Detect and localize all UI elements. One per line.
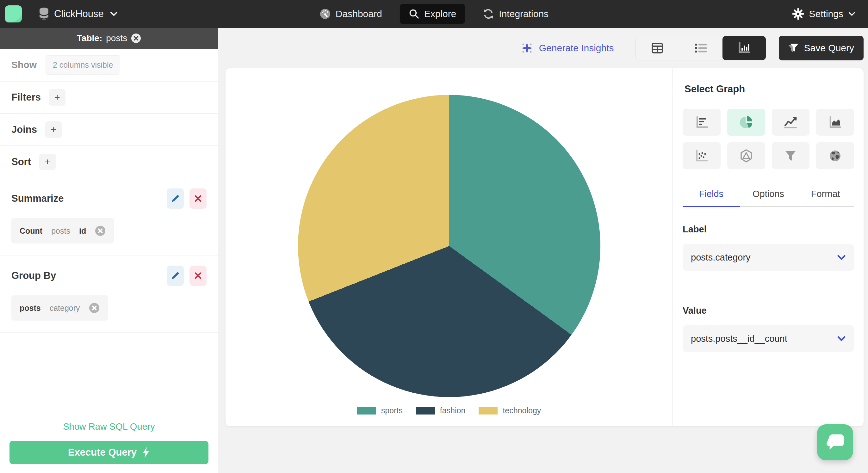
remove-chip-icon[interactable] (95, 225, 106, 236)
legend-label: technology (503, 406, 541, 415)
tab-format[interactable]: Format (797, 189, 854, 206)
columns-visible-button[interactable]: 2 columns visible (45, 55, 120, 74)
value-field-dropdown[interactable]: posts.posts__id__count (683, 325, 854, 352)
chart-view-icon (737, 41, 751, 55)
graph-type-pie-button[interactable] (727, 109, 765, 136)
pie-chart[interactable] (298, 95, 600, 397)
label-field-value: posts.category (691, 252, 751, 263)
summarize-chip[interactable]: Count posts id (11, 218, 114, 244)
nav-explore[interactable]: Explore (400, 4, 465, 24)
settings-tabs: Fields Options Format (683, 189, 854, 207)
chat-bubble-icon (826, 434, 845, 451)
panel-divider (683, 288, 854, 288)
legend-item-technology[interactable]: technology (478, 406, 541, 415)
generate-insights-label: Generate Insights (539, 43, 614, 54)
top-nav: ClickHouse Dashboard (0, 0, 868, 28)
filters-section: Filters + (0, 82, 218, 114)
show-label: Show (11, 59, 37, 70)
table-view-icon (651, 42, 664, 54)
group-by-label: Group By (11, 270, 56, 281)
delete-summarize-button[interactable] (189, 188, 207, 209)
list-view-icon (694, 42, 708, 54)
execute-query-button[interactable]: Execute Query (9, 441, 209, 464)
sort-section: Sort + (0, 146, 218, 178)
sort-label: Sort (11, 156, 31, 167)
filter-funnel-icon (788, 43, 799, 53)
funnel-icon (784, 150, 797, 162)
area-chart-icon (828, 116, 842, 129)
table-header: Table: posts (0, 28, 218, 49)
edit-group-by-button[interactable] (167, 265, 184, 286)
nav-integrations[interactable]: Integrations (479, 3, 552, 24)
legend-swatch (416, 407, 435, 414)
chart-legend: sports fashion technology (357, 406, 541, 415)
graph-type-funnel-button[interactable] (772, 142, 810, 169)
graph-type-area-button[interactable] (816, 109, 854, 136)
table-name: posts (106, 33, 127, 43)
legend-item-fashion[interactable]: fashion (416, 406, 466, 415)
show-raw-sql-link[interactable]: Show Raw SQL Query (0, 421, 218, 432)
remove-chip-icon[interactable] (89, 303, 100, 313)
graph-type-scatter-button[interactable] (683, 142, 721, 169)
result-card: sports fashion technology Select Grap (225, 68, 864, 426)
settings-menu[interactable]: Settings (792, 8, 855, 20)
chevron-down-icon (110, 11, 118, 17)
legend-item-sports[interactable]: sports (357, 406, 403, 415)
chevron-down-icon (848, 12, 855, 16)
group-by-chip[interactable]: posts category (11, 295, 108, 321)
graph-settings-panel: Select Graph (673, 68, 864, 426)
x-icon (194, 272, 202, 280)
add-filter-button[interactable]: + (49, 89, 65, 105)
label-field-group: Label posts.category (683, 224, 854, 271)
remove-table-icon[interactable] (131, 33, 141, 43)
legend-swatch (357, 407, 376, 414)
tab-options[interactable]: Options (740, 189, 797, 206)
scatter-plot-icon (694, 149, 709, 162)
table-view-button[interactable] (636, 36, 679, 60)
chevron-down-icon (837, 254, 846, 260)
body: Table: posts Show 2 columns visible Filt… (0, 28, 868, 473)
chat-widget-button[interactable] (817, 424, 853, 460)
main-header: Generate Insights (218, 28, 868, 68)
graph-type-line-button[interactable] (772, 109, 810, 136)
gear-icon (792, 8, 804, 20)
select-graph-title: Select Graph (685, 84, 854, 95)
value-heading: Value (683, 306, 854, 316)
save-query-button[interactable]: Save Query (779, 36, 864, 60)
graph-type-radar-button[interactable] (727, 142, 765, 169)
legend-swatch (478, 407, 498, 414)
delete-group-by-button[interactable] (189, 265, 207, 286)
sync-icon (483, 8, 494, 20)
add-join-button[interactable]: + (45, 121, 62, 138)
label-field-dropdown[interactable]: posts.category (683, 244, 854, 271)
app-logo[interactable] (5, 5, 22, 23)
save-query-label: Save Query (804, 43, 854, 54)
edit-summarize-button[interactable] (167, 188, 184, 209)
label-heading: Label (683, 224, 854, 234)
chart-view-button[interactable] (722, 36, 766, 60)
database-icon (38, 7, 50, 21)
view-toggle-group (636, 36, 766, 60)
database-selector[interactable]: ClickHouse (38, 7, 118, 21)
execute-query-label: Execute Query (68, 447, 137, 458)
tab-fields[interactable]: Fields (683, 189, 740, 206)
globe-icon (828, 149, 842, 163)
legend-label: sports (381, 406, 403, 415)
chevron-down-icon (837, 336, 846, 342)
graph-type-bar-button[interactable] (683, 109, 721, 136)
graph-type-map-button[interactable] (816, 142, 854, 169)
pencil-icon (171, 194, 180, 203)
joins-section: Joins + (0, 114, 218, 146)
add-sort-button[interactable]: + (39, 154, 56, 170)
search-icon (409, 8, 420, 19)
generate-insights-button[interactable]: Generate Insights (521, 42, 614, 54)
chip-table: posts (20, 304, 41, 313)
nav-dashboard[interactable]: Dashboard (316, 3, 385, 24)
list-view-button[interactable] (679, 36, 722, 60)
legend-label: fashion (440, 406, 466, 415)
sparkle-icon (521, 42, 533, 54)
chip-column: id (79, 226, 86, 235)
app: ClickHouse Dashboard (0, 0, 868, 473)
table-label: Table: (77, 33, 102, 43)
joins-label: Joins (11, 124, 37, 135)
